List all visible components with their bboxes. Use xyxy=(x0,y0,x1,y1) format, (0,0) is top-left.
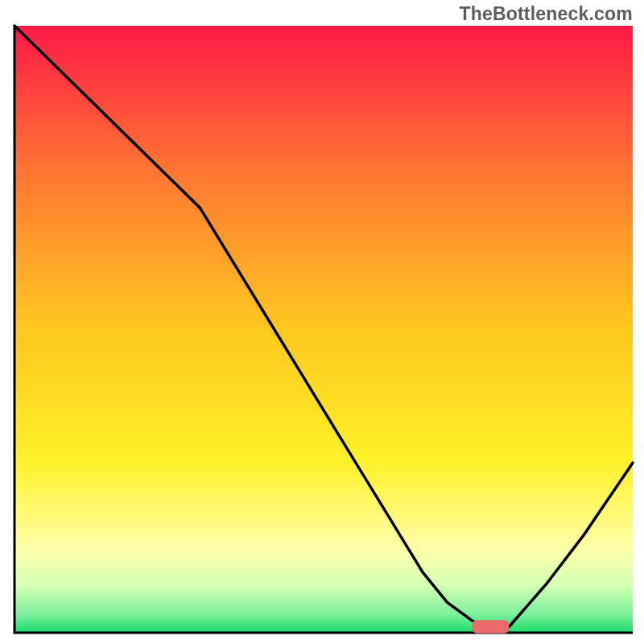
chart-container: { "watermark": "TheBottleneck.com", "cha… xyxy=(0,0,644,644)
optimal-range-marker xyxy=(472,620,509,634)
bottleneck-chart xyxy=(0,0,644,644)
